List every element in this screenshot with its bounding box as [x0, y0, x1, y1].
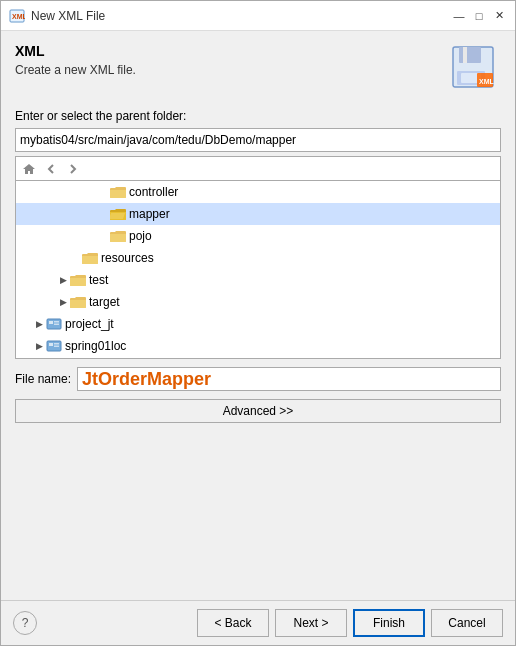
header-text: XML Create a new XML file.: [15, 43, 449, 77]
svg-text:XML: XML: [12, 13, 25, 20]
advanced-button[interactable]: Advanced >>: [15, 399, 501, 423]
home-button[interactable]: [20, 160, 38, 178]
header-icon: XML: [449, 43, 501, 95]
tree-toggle-mapper: [96, 207, 110, 221]
tree-item-resources[interactable]: resources: [16, 247, 500, 269]
svg-text:XML: XML: [479, 78, 495, 85]
back-nav-button[interactable]: [42, 160, 60, 178]
minimize-button[interactable]: —: [451, 8, 467, 24]
tree-toggle-test: ▶: [56, 273, 70, 287]
finish-button[interactable]: Finish: [353, 609, 425, 637]
folder-label: Enter or select the parent folder:: [15, 109, 501, 123]
close-button[interactable]: ✕: [491, 8, 507, 24]
svg-rect-17: [54, 346, 59, 348]
title-bar: XML New XML File — □ ✕: [1, 1, 515, 31]
tree-item-project-jt[interactable]: ▶ project_jt: [16, 313, 500, 335]
footer: ? < Back Next > Finish Cancel: [1, 600, 515, 645]
tree-item-controller[interactable]: controller: [16, 181, 500, 203]
tree-item-mapper[interactable]: mapper: [16, 203, 500, 225]
tree-item-label: resources: [101, 251, 154, 265]
folder-icon: [70, 295, 86, 309]
file-name-section: File name:: [15, 367, 501, 391]
svg-rect-13: [54, 324, 59, 326]
tree-item-label: controller: [129, 185, 178, 199]
folder-icon: [70, 273, 86, 287]
tree-item-label: mapper: [129, 207, 170, 221]
title-bar-text: New XML File: [31, 9, 451, 23]
tree-toggle-controller: [96, 185, 110, 199]
tree-item-spring01loc[interactable]: ▶ spring01loc: [16, 335, 500, 357]
next-button[interactable]: Next >: [275, 609, 347, 637]
help-button[interactable]: ?: [13, 611, 37, 635]
title-bar-controls: — □ ✕: [451, 8, 507, 24]
header-subtitle: Create a new XML file.: [15, 63, 449, 77]
forward-nav-button[interactable]: [64, 160, 82, 178]
tree-toolbar: [15, 156, 501, 180]
tree-item-springboot01-test[interactable]: ▶ springboot01-test: [16, 357, 500, 359]
tree-toggle-spring01loc: ▶: [32, 339, 46, 353]
folder-icon: [110, 185, 126, 199]
svg-rect-4: [463, 47, 467, 63]
file-label: File name:: [15, 372, 71, 386]
maximize-button[interactable]: □: [471, 8, 487, 24]
tree-item-label: project_jt: [65, 317, 114, 331]
tree-item-label: test: [89, 273, 108, 287]
svg-rect-11: [49, 321, 53, 324]
tree-item-target[interactable]: ▶ target: [16, 291, 500, 313]
content: XML Create a new XML file. XML Enter or: [1, 31, 515, 600]
cancel-button[interactable]: Cancel: [431, 609, 503, 637]
tree-item-label: pojo: [129, 229, 152, 243]
svg-rect-12: [54, 321, 59, 323]
tree-item-label: spring01loc: [65, 339, 126, 353]
folder-icon: [82, 251, 98, 265]
tree-toggle-resources: [68, 251, 82, 265]
svg-rect-15: [49, 343, 53, 346]
window-icon: XML: [9, 8, 25, 24]
project-icon: [46, 317, 62, 331]
tree-toggle-project-jt: ▶: [32, 317, 46, 331]
tree-item-pojo[interactable]: pojo: [16, 225, 500, 247]
svg-marker-9: [23, 164, 35, 174]
svg-rect-3: [459, 47, 481, 63]
svg-rect-16: [54, 343, 59, 345]
tree-item-label: target: [89, 295, 120, 309]
folder-open-icon: [110, 207, 126, 221]
header-title: XML: [15, 43, 449, 59]
tree-toggle-pojo: [96, 229, 110, 243]
file-name-input[interactable]: [77, 367, 501, 391]
header-section: XML Create a new XML file. XML: [15, 43, 501, 95]
file-tree[interactable]: controller mapper: [15, 180, 501, 359]
window: XML New XML File — □ ✕ XML Create a new …: [0, 0, 516, 646]
folder-path-input[interactable]: [15, 128, 501, 152]
project-icon: [46, 339, 62, 353]
tree-item-test[interactable]: ▶ test: [16, 269, 500, 291]
tree-toggle-target: ▶: [56, 295, 70, 309]
folder-icon: [110, 229, 126, 243]
back-button[interactable]: < Back: [197, 609, 269, 637]
